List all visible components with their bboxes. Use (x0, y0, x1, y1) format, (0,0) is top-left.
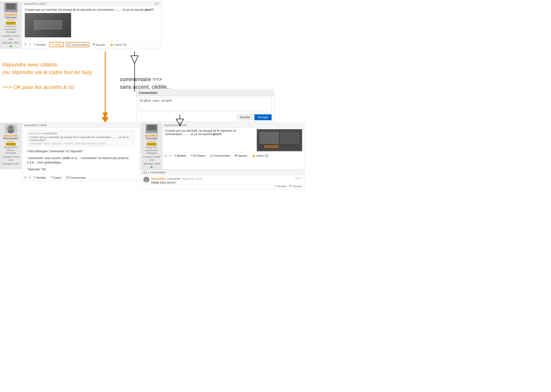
bottom-left-author-sidebar: datsun240z Administrateur ●●●●● Groupe Î… (0, 123, 22, 169)
post-body: Envoyé par Hub280ZX Croyant que ça march… (22, 128, 139, 174)
post-number: #17 (155, 2, 159, 5)
user-title: Tiptronique (142, 137, 161, 140)
user-messages: Messages: 4999 (142, 162, 161, 165)
post-actions: ☐ ↗ ✎ Modifier ❝ Citation 💬 Commentaire … (22, 41, 161, 48)
user-messages: Messages: 10497 (1, 162, 20, 165)
checkbox-icon[interactable]: ☐ (164, 154, 167, 157)
post-text2: "commenter" avec accent, cédille & co...… (25, 155, 137, 166)
signaler-btn[interactable]: ⚑ Signaler (91, 43, 106, 47)
brp-header: Aujourd'hui, 14h45 (162, 123, 304, 128)
comment-signaler-btn[interactable]: ⚑ Signaler (289, 185, 302, 188)
send-button[interactable]: Envoyer (254, 114, 272, 120)
gold-bar (147, 143, 157, 146)
citation-btn[interactable]: ❝ Citation (49, 175, 63, 180)
post-text3: "répondre" OK (25, 166, 137, 173)
annotation-right-line1: commentaire ==> (120, 76, 201, 83)
comment-text: blabla sans accent (151, 181, 302, 184)
citation-btn[interactable]: ❝ 99 Citation (190, 154, 207, 158)
jaime-btn[interactable]: 👍 J'aime 2 (251, 153, 270, 158)
online-indicator (10, 45, 12, 47)
commentaire-btn[interactable]: 💬 Commentaire (209, 154, 231, 158)
comment-actions: ✎ Modifier ⚑ Signaler (151, 185, 302, 188)
post-timestamp: Aujourd'hui, 14h27 (24, 2, 46, 5)
commentaire-btn[interactable]: 💬 Commentaire (66, 42, 89, 47)
brp-top: Hub280ZX Tiptronique ●●●●● Groupe Est / … (141, 123, 304, 169)
brp-content: Aujourd'hui, 14h45 Croyant que ça marcha… (162, 123, 304, 169)
user-inscription: Inscription: février 2006 (1, 155, 20, 162)
cancel-button[interactable]: Annuler (237, 114, 253, 120)
user-stars: ●●●●● (142, 140, 161, 142)
comment-number: #17.1 (295, 177, 302, 180)
annotation-right: commentaire ==> sans accent, cédille... (120, 76, 201, 91)
avatar (146, 124, 158, 133)
svg-rect-12 (280, 132, 300, 144)
bottom-right-panel: Hub280ZX Tiptronique ●●●●● Groupe Est / … (141, 123, 305, 190)
username[interactable]: Hub280ZX (1, 13, 20, 16)
svg-marker-20 (102, 117, 109, 123)
avatar (4, 3, 18, 12)
jaime-btn[interactable]: 👍 J'aime 0 (109, 43, 128, 47)
gold-bar (6, 22, 16, 25)
comment-form-footer: Annuler Envoyer (136, 113, 274, 121)
checkbox-icon[interactable]: ☐ (24, 176, 27, 179)
bottom-left-post: Aujourd'hui, 14h34 Envoyé par Hub280ZX C… (22, 123, 139, 181)
comment-content: #17.1 datsun240z commenté Aujourd'hui, 1… (151, 177, 302, 188)
top-author-sidebar: Hub280ZX Tiptronique ●●●●● Groupe Est / … (0, 1, 22, 49)
comment-time: Aujourd'hui, 14h45 (182, 177, 203, 180)
post-header: Aujourd'hui, 14h27 #17 (22, 1, 161, 6)
modifier-btn[interactable]: ✎ Modifier (33, 43, 47, 47)
annotation-left-line2: (ou répondre via le cadre tout en bas) (2, 69, 93, 76)
post-actions: ☐ ↗ ✎ Modifier ❝ Citation 💬 Commentaire (22, 174, 139, 181)
svg-point-5 (8, 130, 14, 133)
user-inscription: Inscription: février 2010 (1, 34, 20, 41)
svg-point-15 (145, 178, 147, 180)
quote-json: {"data-align":"none","data-size":"medium… (29, 142, 132, 145)
comment-author[interactable]: datsun240z (151, 177, 166, 180)
svg-point-4 (9, 126, 12, 129)
user-group: Groupe Île de France / Normandie (1, 146, 20, 155)
signaler-btn[interactable]: ⚑ Signaler (233, 154, 249, 158)
annotation-left: Répondre avec citation (ou répondre via … (2, 61, 93, 91)
quote-author: Hub280ZX (44, 132, 57, 135)
comment-avatar (143, 177, 149, 183)
post-timestamp: Aujourd'hui, 14h34 (24, 124, 46, 127)
comment-header: #17.1 datsun240z commenté Aujourd'hui, 1… (151, 177, 302, 180)
comment-action: commenté (168, 177, 180, 180)
citation-btn[interactable]: ❝ Citation (49, 42, 64, 47)
user-stars: ●●●●● (1, 19, 20, 21)
user-group: Groupe Est / Luxembourg / Allemagne (1, 25, 20, 34)
online-indicator (151, 166, 153, 168)
annotation-left-line1: Répondre avec citation (2, 61, 93, 69)
comment-modifier-btn[interactable]: ✎ Modifier (274, 185, 287, 188)
post-screenshot (25, 13, 71, 37)
user-group: Groupe Est / Luxembourg / Allemagne (142, 146, 161, 155)
username[interactable]: Hub280ZX (142, 134, 161, 137)
share-icon[interactable]: ↗ (29, 176, 31, 179)
quote-text: Croyant que ça marchait, j'ai essayé de … (29, 136, 132, 142)
share-icon[interactable]: ↗ (169, 154, 171, 157)
post-header: Aujourd'hui, 14h34 (22, 123, 139, 128)
post-body: Croyant que ça marchait, j'ai essayé de … (22, 6, 161, 41)
modifier-btn[interactable]: ✎ Modifier (33, 175, 47, 180)
checkbox-icon[interactable]: ☐ (24, 43, 27, 46)
comment-form-body: blabla sans accent (136, 96, 274, 113)
comment-form-title: Commentaire (136, 90, 274, 96)
annotation-left-line3: ==> OK pour les accents & co (2, 84, 93, 91)
comment-textarea[interactable]: blabla sans accent (139, 98, 272, 111)
svg-rect-2 (7, 4, 15, 9)
modifier-btn[interactable]: ✎ Modifier (173, 154, 188, 158)
quote-meta: Envoyé par Hub280ZX (29, 132, 132, 135)
post-text: Croyant que ça marchait, j'ai essayé de … (165, 129, 236, 136)
post-timestamp: Aujourd'hui, 14h45 (164, 124, 187, 127)
comment-count-bar: 💬 1 commentaire (141, 169, 304, 175)
share-icon[interactable]: ↗ (29, 43, 31, 46)
brp-author-sidebar: Hub280ZX Tiptronique ●●●●● Groupe Est / … (141, 123, 162, 169)
svg-rect-11 (259, 132, 279, 144)
user-title: Tiptronique (1, 16, 20, 19)
commentaire-btn[interactable]: 💬 Commentaire (65, 175, 87, 180)
user-inscription: Inscription: février 2010 (142, 155, 161, 162)
comment-entry: #17.1 datsun240z commenté Aujourd'hui, 1… (141, 175, 304, 189)
username[interactable]: datsun240z (1, 134, 20, 137)
post-text1: il faut distinguer "commenter" et "répon… (25, 148, 137, 155)
avatar (5, 124, 17, 133)
